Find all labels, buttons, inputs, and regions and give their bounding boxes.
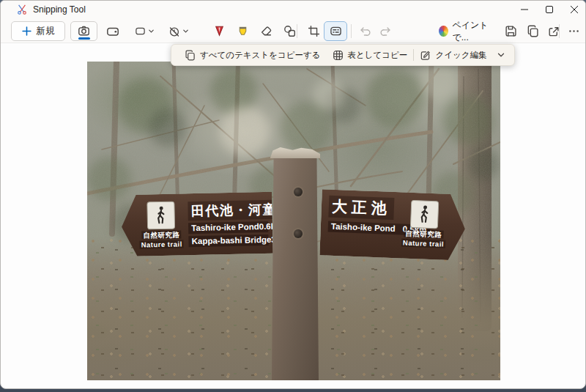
- redo-button[interactable]: [375, 21, 396, 41]
- new-snip-button[interactable]: 新規: [11, 21, 65, 41]
- app-window: Snipping Tool 新規: [0, 0, 586, 389]
- post-bolt: [294, 188, 303, 196]
- shapes-icon: [283, 25, 296, 37]
- text-actions-button[interactable]: [324, 21, 347, 41]
- delay-dropdown[interactable]: [163, 21, 195, 41]
- trail-label-jp: 自然研究路: [141, 230, 181, 239]
- ballpoint-pen-button[interactable]: [208, 21, 230, 41]
- trail-label-en: Nature trail: [139, 240, 183, 248]
- snip-shape-dropdown[interactable]: [130, 21, 159, 41]
- more-options-button[interactable]: [563, 21, 584, 41]
- red-pen-icon: [213, 25, 226, 37]
- highlighter-button[interactable]: [231, 21, 253, 41]
- quick-edit-button[interactable]: クイック編集: [414, 45, 492, 65]
- chevron-down-icon: [182, 28, 189, 34]
- snipping-tool-app-icon: [17, 4, 27, 15]
- copy-button[interactable]: [522, 21, 543, 41]
- destination-name: Kappa-bashi Bridge: [191, 234, 271, 247]
- text-extract-icon: [330, 25, 342, 37]
- save-icon: [505, 25, 517, 37]
- hiker-pictogram-box: [410, 200, 439, 229]
- quick-edit-label: クイック編集: [435, 50, 486, 61]
- destination-name: Tashiro-ike Pond: [191, 221, 259, 234]
- toolbar: 新規: [1, 18, 585, 43]
- plus-icon: [22, 26, 31, 36]
- hiker-pictogram-box: [146, 201, 175, 230]
- chevron-down-icon: [148, 28, 155, 34]
- toolbar-separator: [297, 24, 297, 38]
- eraser-icon: [260, 25, 272, 37]
- undo-button[interactable]: [355, 21, 375, 41]
- window-title: Snipping Tool: [33, 4, 86, 15]
- video-camera-icon: [106, 25, 119, 38]
- trail-label-en: Nature trail: [401, 238, 446, 248]
- copy-all-text-label: すべてのテキストをコピーする: [200, 50, 321, 61]
- paint-icon: [439, 26, 448, 37]
- maximize-icon: [546, 6, 553, 13]
- close-button[interactable]: [562, 1, 586, 18]
- crop-button[interactable]: [303, 21, 324, 41]
- hiker-icon: [415, 204, 434, 225]
- destination-name: Taisho-ike Pond: [331, 221, 396, 234]
- camera-icon: [78, 25, 90, 37]
- copy-icon: [527, 25, 539, 37]
- edit-in-paint-button[interactable]: ペイントで...: [439, 21, 496, 41]
- text-actions-expand-button[interactable]: [492, 45, 507, 65]
- share-icon: [547, 25, 560, 37]
- trail-sign-left: 自然研究路 Nature trail 田代池・河童橋 Tashiro-ike P…: [121, 192, 273, 256]
- timer-off-icon: [168, 26, 180, 37]
- copy-all-text-button[interactable]: すべてのテキストをコピーする: [179, 45, 327, 65]
- edit-icon: [420, 50, 431, 61]
- ellipsis-icon: [568, 25, 580, 37]
- chevron-down-icon: [497, 51, 505, 59]
- rectangle-shape-icon: [135, 26, 146, 37]
- snipped-image[interactable]: 自然研究路 Nature trail 田代池・河童橋 Tashiro-ike P…: [87, 62, 500, 380]
- table-icon: [333, 50, 344, 61]
- record-mode-button[interactable]: [101, 21, 125, 41]
- edit-in-paint-label: ペイントで...: [453, 19, 497, 44]
- copy-as-table-button[interactable]: 表としてコピー: [327, 45, 414, 65]
- crop-icon: [308, 25, 320, 37]
- toolbar-separator: [351, 24, 352, 38]
- text-actions-bar: すべてのテキストをコピーする 表としてコピー クイック編集: [171, 44, 515, 66]
- post-bolt: [294, 229, 303, 238]
- redo-icon: [379, 25, 392, 37]
- copy-as-table-label: 表としてコピー: [348, 50, 408, 61]
- minimize-icon: [521, 6, 528, 13]
- share-button[interactable]: [543, 21, 563, 41]
- hiker-icon: [152, 205, 171, 226]
- new-snip-label: 新規: [37, 25, 55, 37]
- sign-row: Tashiro-ike Pond 0.6km: [188, 221, 268, 234]
- toolbar-separator: [559, 24, 560, 38]
- titlebar: Snipping Tool: [1, 1, 585, 18]
- copy-icon: [185, 50, 196, 61]
- close-icon: [571, 6, 578, 13]
- eraser-button[interactable]: [255, 21, 277, 41]
- highlighter-icon: [237, 25, 249, 37]
- trail-sign-right: 大正池 Taisho-ike Pond 0.5km: [319, 189, 466, 260]
- sign-row: Kappa-bashi Bridge 3.1km: [188, 234, 268, 247]
- save-button[interactable]: [500, 21, 521, 41]
- screenshot-mode-button[interactable]: [70, 21, 97, 41]
- trail-label-jp: 自然研究路: [404, 229, 443, 239]
- maximize-button[interactable]: [537, 1, 562, 18]
- sign-title: 大正池: [328, 196, 394, 220]
- undo-icon: [359, 25, 371, 37]
- minimize-button[interactable]: [512, 1, 537, 18]
